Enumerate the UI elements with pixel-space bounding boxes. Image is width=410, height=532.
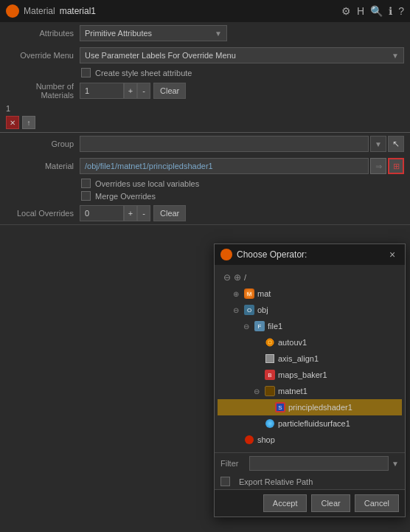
clear-button-1[interactable]: Clear <box>153 83 186 99</box>
export-relative-label: Export Relative Path <box>239 477 313 486</box>
filter-row: Filter ▼ <box>215 452 405 474</box>
overrides-local-label: Overrides use local variables <box>95 179 199 188</box>
info-icon[interactable]: ℹ <box>389 5 392 17</box>
shop-icon <box>243 434 255 446</box>
particle-icon <box>264 418 276 429</box>
merge-overrides-checkbox[interactable] <box>81 191 91 201</box>
node-type-label: Material <box>24 6 55 16</box>
main-panel: Material material1 ⚙ H 🔍 ℹ ? Attributes … <box>0 0 410 225</box>
tree-container: ⊖ ⊕ / ⊕ M mat ⊖ O obj <box>215 265 405 452</box>
modal-title-text: Choose Operator: <box>237 249 381 260</box>
autouv1-label: autouv1 <box>278 338 307 347</box>
help-icon[interactable]: H <box>357 5 364 17</box>
material-link-btn[interactable]: ⇗ <box>370 158 386 174</box>
merge-overrides-row: Merge Overrides <box>0 190 410 202</box>
index-row: 1 <box>0 103 410 114</box>
override-menu-label: Override Menu <box>6 51 80 60</box>
tree-item-particlefluidsurface1[interactable]: particlefluidsurface1 <box>218 415 402 432</box>
number-of-materials-input[interactable] <box>80 83 124 99</box>
overrides-local-checkbox[interactable] <box>81 179 91 188</box>
clear-button-2[interactable]: Clear <box>153 205 186 221</box>
obj-expand[interactable]: ⊖ <box>231 305 241 315</box>
tree-item-axis-align1[interactable]: axis_align1 <box>218 350 402 367</box>
override-menu-row: Override Menu Use Parameter Labels For O… <box>0 44 410 66</box>
settings-icon[interactable]: ⚙ <box>341 5 351 17</box>
svg-marker-1 <box>223 251 230 258</box>
group-dropdown-btn[interactable]: ▼ <box>370 136 386 152</box>
file1-expand[interactable]: ⊖ <box>241 321 251 331</box>
modal-icon <box>220 249 232 260</box>
material-row: Material ⇗ ⊞ <box>0 155 410 177</box>
attributes-dropdown[interactable]: Primitive Attributes ▼ <box>80 25 227 41</box>
tree-item-obj[interactable]: ⊖ O obj <box>218 302 402 318</box>
create-stylesheet-row: Create style sheet attribute <box>0 66 410 79</box>
choose-operator-modal: Choose Operator: × ⊖ ⊕ / ⊕ M mat ⊖ <box>214 243 406 517</box>
autouv1-icon <box>264 336 276 348</box>
material-choose-icon: ⊞ <box>393 162 400 171</box>
local-overrides-row: Local Overrides + - Clear <box>0 202 410 224</box>
filter-dropdown-arrow[interactable]: ▼ <box>392 460 399 468</box>
number-of-materials-label: Number of Materials <box>6 82 80 100</box>
material-input[interactable] <box>80 158 369 174</box>
tree-item-mat[interactable]: ⊕ M mat <box>218 286 402 302</box>
mat-expand[interactable]: ⊕ <box>231 289 241 299</box>
file1-label: file1 <box>268 322 282 331</box>
local-increment-button[interactable]: + <box>124 205 137 221</box>
export-relative-checkbox[interactable] <box>220 477 230 486</box>
tree-item-matnet1[interactable]: ⊖ matnet1 <box>218 383 402 399</box>
accept-button[interactable]: Accept <box>263 494 308 512</box>
modal-close-button[interactable]: × <box>386 248 399 261</box>
filter-input[interactable] <box>249 456 389 471</box>
obj-icon: O <box>243 304 255 316</box>
matnet1-icon <box>264 385 276 397</box>
svg-marker-0 <box>7 6 18 15</box>
shop-expand <box>231 435 241 445</box>
tree-item-shop[interactable]: shop <box>218 432 402 448</box>
particlefluidsurface1-label: particlefluidsurface1 <box>278 419 350 428</box>
attributes-row: Attributes Primitive Attributes ▼ <box>0 22 410 44</box>
shop-label: shop <box>257 435 275 444</box>
mat-label: mat <box>257 289 271 298</box>
group-row: Group ▼ ↖ <box>0 133 410 155</box>
title-bar: Material material1 ⚙ H 🔍 ℹ ? <box>0 0 410 22</box>
cancel-button[interactable]: Cancel <box>355 494 399 512</box>
local-decrement-button[interactable]: - <box>137 205 150 221</box>
attributes-value: Primitive Attributes <box>85 29 152 38</box>
group-select-icon: ↖ <box>392 139 400 149</box>
decrement-button[interactable]: - <box>137 83 150 99</box>
filter-label: Filter <box>220 459 246 468</box>
tree-item-autouv1[interactable]: autouv1 <box>218 334 402 350</box>
tree-nav-back[interactable]: ⊖ <box>223 272 231 283</box>
override-menu-dropdown[interactable]: Use Parameter Labels For Override Menu ▼ <box>80 47 404 63</box>
search-icon[interactable]: 🔍 <box>370 5 383 17</box>
group-select-btn[interactable]: ↖ <box>388 136 404 152</box>
maps-baker1-icon: B <box>264 369 276 381</box>
row-controls: ✕ ↑ <box>0 114 410 132</box>
tree-nav-dot[interactable]: ⊕ <box>234 272 241 283</box>
principledshader1-expand <box>262 402 272 412</box>
principledshader1-icon: S <box>274 401 286 413</box>
particle-expand <box>251 418 262 429</box>
matnet1-expand[interactable]: ⊖ <box>251 386 262 396</box>
tree-item-file1[interactable]: ⊖ F file1 <box>218 318 402 334</box>
local-overrides-input[interactable] <box>80 205 124 221</box>
attributes-dropdown-arrow: ▼ <box>215 30 222 38</box>
create-stylesheet-checkbox[interactable] <box>81 68 91 77</box>
file1-icon: F <box>254 320 265 332</box>
tree-item-maps-baker1[interactable]: B maps_baker1 <box>218 367 402 383</box>
group-label: Group <box>6 139 80 148</box>
question-icon[interactable]: ? <box>398 5 404 17</box>
remove-row-button[interactable]: ✕ <box>6 116 19 129</box>
svg-point-2 <box>266 339 274 346</box>
group-input[interactable] <box>80 136 369 152</box>
move-row-button[interactable]: ↑ <box>22 116 35 129</box>
override-menu-arrow: ▼ <box>392 52 399 60</box>
material-label: Material <box>6 162 80 170</box>
modal-clear-button[interactable]: Clear <box>311 494 350 512</box>
create-stylesheet-label: Create style sheet attribute <box>95 69 192 77</box>
material-choose-btn[interactable]: ⊞ <box>388 158 404 174</box>
increment-button[interactable]: + <box>124 83 137 99</box>
tree-item-principledshader1[interactable]: S principledshader1 <box>218 399 402 415</box>
overrides-local-row: Overrides use local variables <box>0 177 410 190</box>
number-of-materials-row: Number of Materials + - Clear <box>0 79 410 103</box>
